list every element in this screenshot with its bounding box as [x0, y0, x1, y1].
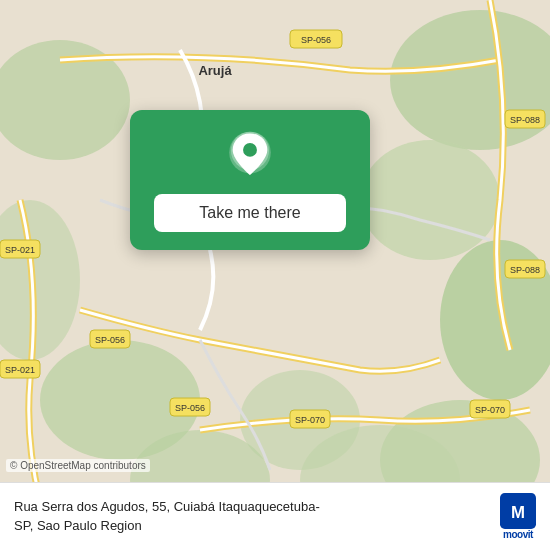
svg-point-2	[360, 140, 500, 260]
popup-card: Take me there	[130, 110, 370, 250]
moovit-logo-icon: M	[500, 493, 536, 529]
address-line1: Rua Serra dos Agudos, 55, Cuiabá Itaquaq…	[14, 499, 320, 514]
address-line2: SP, Sao Paulo Region	[14, 518, 142, 533]
address-text: Rua Serra dos Agudos, 55, Cuiabá Itaquaq…	[14, 498, 490, 534]
svg-text:SP-070: SP-070	[475, 405, 505, 415]
moovit-logo-text: moovit	[503, 529, 533, 540]
location-pin-icon	[224, 130, 276, 182]
svg-text:SP-056: SP-056	[175, 403, 205, 413]
svg-point-33	[243, 143, 257, 157]
take-me-there-button[interactable]: Take me there	[154, 194, 346, 232]
svg-text:SP-056: SP-056	[95, 335, 125, 345]
svg-text:M: M	[511, 503, 525, 522]
map-container: SP-056 SP-088 SP-021 SP-021 SP-056 SP-07…	[0, 0, 550, 550]
svg-text:Arujá: Arujá	[198, 63, 232, 78]
svg-text:SP-056: SP-056	[301, 35, 331, 45]
moovit-logo: M moovit	[500, 493, 536, 540]
svg-text:SP-021: SP-021	[5, 365, 35, 375]
svg-text:SP-088: SP-088	[510, 265, 540, 275]
svg-text:SP-070: SP-070	[295, 415, 325, 425]
svg-text:SP-021: SP-021	[5, 245, 35, 255]
bottom-info-bar: Rua Serra dos Agudos, 55, Cuiabá Itaquaq…	[0, 482, 550, 550]
map-attribution: © OpenStreetMap contributors	[6, 459, 150, 472]
svg-text:SP-088: SP-088	[510, 115, 540, 125]
